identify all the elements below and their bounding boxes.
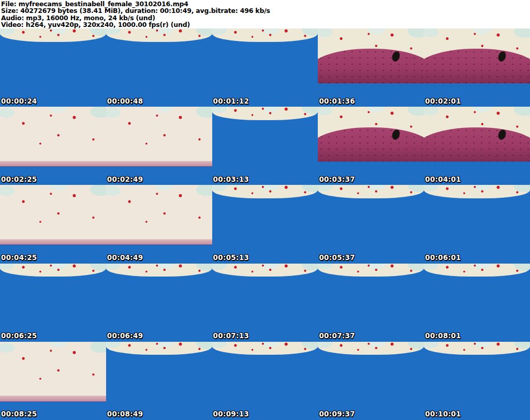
wall-backdrop [424,264,530,277]
video-thumbnail: 00:07:37 [318,264,424,342]
video-info-line: Video: h264, yuv420p, 320x240, 1000.00 f… [1,21,530,28]
wall-backdrop [212,342,318,355]
timestamp-overlay: 00:08:25 [1,411,37,418]
timestamp-overlay: 00:01:12 [213,98,249,105]
wall-backdrop [212,185,318,198]
video-thumbnail: 00:05:37 [318,185,424,263]
wall-backdrop [0,342,106,401]
video-thumbnail: 00:02:49 [106,107,212,185]
timestamp-overlay: 00:00:24 [1,98,37,105]
timestamp-overlay: 00:06:25 [1,332,37,340]
timestamp-overlay: 00:08:49 [107,411,143,418]
wall-backdrop [318,185,424,198]
timestamp-overlay: 00:00:48 [107,98,143,105]
video-thumbnail: 00:06:49 [106,264,212,342]
wall-backdrop [0,264,106,277]
audio-info-line: Audio: mp3, 16000 Hz, mono, 24 kb/s (und… [1,15,530,21]
wall-backdrop [212,264,318,277]
timestamp-overlay: 00:02:25 [1,176,37,183]
video-thumbnail: 00:04:49 [106,185,212,263]
timestamp-overlay: 00:09:13 [213,411,249,418]
video-thumbnail: 00:09:37 [318,342,424,420]
timestamp-overlay: 00:03:13 [213,176,249,183]
video-thumbnail: 00:08:01 [424,264,530,342]
timestamp-overlay: 00:01:36 [319,98,355,105]
wall-backdrop [0,185,106,244]
timestamp-overlay: 00:02:49 [107,176,143,183]
video-thumbnail: 00:02:01 [424,28,530,107]
wall-backdrop [0,28,106,42]
wall-backdrop [106,264,212,277]
wall-backdrop [424,185,530,198]
timestamp-overlay: 00:02:01 [425,98,461,105]
video-thumbnail: 00:07:13 [212,264,318,342]
video-thumbnail: 00:06:01 [424,185,530,263]
file-name-line: File: myfreecams_bestinabell_female_3010… [1,1,530,7]
video-thumbnail: 00:01:12 [212,28,318,107]
file-size-line: Size: 40272679 bytes (38.41 MiB), durati… [1,7,530,14]
wall-backdrop [318,264,424,277]
video-thumbnail: 00:04:01 [424,107,530,185]
timestamp-overlay: 00:04:25 [1,254,37,262]
video-thumbnail: 00:00:24 [0,28,106,107]
wall-backdrop [0,107,106,166]
wall-backdrop [106,28,212,42]
wall-backdrop [106,342,212,355]
video-thumbnail: 00:08:25 [0,342,106,420]
wall-backdrop [424,342,530,355]
video-thumbnail: 00:09:13 [212,342,318,420]
video-thumbnail: 00:03:13 [212,107,318,185]
video-thumbnail: 00:08:49 [106,342,212,420]
video-thumbnail: 00:02:25 [0,107,106,185]
timestamp-overlay: 00:05:37 [319,254,355,262]
timestamp-overlay: 00:06:49 [107,332,143,340]
timestamp-overlay: 00:03:37 [319,176,355,183]
timestamp-overlay: 00:05:13 [213,254,249,262]
timestamp-overlay: 00:04:49 [107,254,143,262]
video-thumbnail: 00:04:25 [0,185,106,263]
contact-sheet: 00:00:24 00:00:48 00:01:12 00:01:36 00:0… [0,28,530,420]
timestamp-overlay: 00:06:01 [425,254,461,262]
timestamp-overlay: 00:04:01 [425,176,461,183]
timestamp-overlay: 00:07:13 [213,332,249,340]
couch-shape [318,49,424,83]
wall-backdrop [212,107,318,120]
video-thumbnail: 00:06:25 [0,264,106,342]
timestamp-overlay: 00:07:37 [319,332,355,340]
couch-shape [424,127,530,162]
couch-shape [318,127,424,162]
timestamp-overlay: 00:08:01 [425,332,461,340]
metadata-header: File: myfreecams_bestinabell_female_3010… [0,0,530,28]
video-thumbnail: 00:00:48 [106,28,212,107]
video-thumbnail: 00:05:13 [212,185,318,263]
wall-backdrop [106,107,212,166]
couch-shape [424,49,530,83]
wall-backdrop [106,185,212,244]
timestamp-overlay: 00:09:37 [319,411,355,418]
video-thumbnail: 00:10:01 [424,342,530,420]
wall-backdrop [318,342,424,355]
video-thumbnail: 00:01:36 [318,28,424,107]
timestamp-overlay: 00:10:01 [425,411,461,418]
wall-backdrop [212,28,318,42]
video-thumbnail: 00:03:37 [318,107,424,185]
